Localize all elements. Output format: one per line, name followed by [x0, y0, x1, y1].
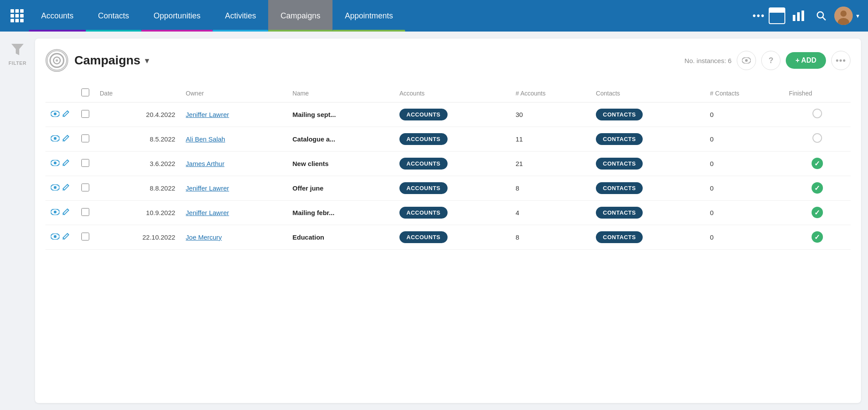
row-date: 10.9.2022 — [94, 201, 181, 225]
row-view-icon[interactable] — [51, 208, 60, 217]
row-num-contacts: 0 — [705, 127, 784, 152]
campaigns-icon — [46, 49, 68, 72]
nav-more-button[interactable]: ••• — [752, 10, 765, 21]
calendar-icon[interactable]: 17 — [769, 7, 785, 24]
row-view-icon[interactable] — [51, 110, 60, 119]
nav-item-activities[interactable]: Activities — [213, 0, 268, 32]
col-owner: Owner — [181, 84, 287, 102]
svg-point-10 — [50, 54, 63, 67]
row-owner[interactable]: James Arthur — [186, 160, 224, 167]
row-checkbox[interactable] — [81, 233, 89, 240]
row-checkbox[interactable] — [81, 110, 89, 118]
svg-point-6 — [840, 11, 847, 17]
accounts-badge[interactable]: ACCOUNTS — [399, 207, 448, 219]
row-edit-icon[interactable] — [62, 183, 70, 193]
finished-check-icon: ✓ — [812, 231, 823, 243]
accounts-badge[interactable]: ACCOUNTS — [399, 109, 448, 120]
nav-underline-appointments — [332, 30, 405, 32]
row-checkbox[interactable] — [81, 159, 89, 167]
accounts-badge[interactable]: ACCOUNTS — [399, 133, 448, 145]
row-checkbox[interactable] — [81, 208, 89, 216]
row-date: 20.4.2022 — [94, 102, 181, 127]
page-title: Campaigns — [74, 53, 140, 67]
table-row: 3.6.2022James ArthurNew clientsACCOUNTS2… — [46, 152, 850, 176]
grid-menu-button[interactable] — [5, 0, 29, 32]
row-edit-icon[interactable] — [62, 232, 70, 242]
contacts-badge[interactable]: CONTACTS — [596, 158, 643, 170]
analytics-icon-button[interactable] — [789, 6, 808, 25]
row-owner[interactable]: Jeniffer Lawrer — [186, 111, 229, 118]
svg-point-20 — [54, 162, 56, 164]
nav-item-contacts[interactable]: Contacts — [86, 0, 141, 32]
table-body: 20.4.2022Jeniffer LawrerMailing sept...A… — [46, 102, 850, 250]
nav-item-accounts[interactable]: Accounts — [29, 0, 86, 32]
row-actions — [51, 134, 71, 144]
row-owner[interactable]: Jeniffer Lawrer — [186, 209, 229, 216]
more-options-button[interactable]: ••• — [831, 51, 850, 70]
col-contacts: Contacts — [591, 84, 705, 102]
row-edit-icon[interactable] — [62, 110, 70, 120]
accounts-badge[interactable]: ACCOUNTS — [399, 182, 448, 194]
row-owner[interactable]: Ali Ben Salah — [186, 135, 225, 143]
page-title-group: Campaigns ▾ — [74, 53, 149, 67]
add-button[interactable]: + ADD — [786, 52, 826, 69]
svg-point-22 — [54, 186, 56, 189]
contacts-badge[interactable]: CONTACTS — [596, 182, 643, 194]
accounts-badge[interactable]: ACCOUNTS — [399, 231, 448, 243]
nav-item-appointments[interactable]: Appointments — [332, 0, 405, 32]
row-checkbox[interactable] — [81, 184, 89, 191]
main-layout: FILTER Campaigns ▾ No. instances: 6 — [0, 32, 868, 410]
row-name: Catalogue a... — [287, 127, 394, 152]
search-icon — [816, 11, 826, 21]
row-owner[interactable]: Joe Mercury — [186, 233, 222, 241]
table-row: 8.8.2022Jeniffer LawrerOffer juneACCOUNT… — [46, 176, 850, 201]
row-actions — [51, 208, 71, 218]
row-view-icon[interactable] — [51, 184, 60, 193]
nav-item-opportunities[interactable]: Opportunities — [141, 0, 213, 32]
svg-rect-1 — [797, 12, 800, 21]
row-date: 3.6.2022 — [94, 152, 181, 176]
nav-underline-opportunities — [141, 30, 213, 32]
row-view-icon[interactable] — [51, 159, 60, 168]
filter-icon — [11, 44, 24, 58]
row-date: 8.8.2022 — [94, 176, 181, 201]
row-edit-icon[interactable] — [62, 134, 70, 144]
row-num-contacts: 0 — [705, 152, 784, 176]
row-finished — [784, 102, 850, 124]
row-num-contacts: 0 — [705, 225, 784, 250]
contacts-badge[interactable]: CONTACTS — [596, 231, 643, 243]
search-icon-button[interactable] — [812, 6, 831, 25]
row-finished: ✓ — [784, 152, 850, 175]
row-owner[interactable]: Jeniffer Lawrer — [186, 184, 229, 192]
nav-item-campaigns[interactable]: Campaigns — [268, 0, 332, 32]
table-row: 22.10.2022Joe MercuryEducationACCOUNTS8C… — [46, 225, 850, 250]
row-actions — [51, 159, 71, 169]
nav-underline-accounts — [29, 30, 86, 32]
col-date: Date — [94, 84, 181, 102]
svg-marker-8 — [11, 44, 24, 55]
row-edit-icon[interactable] — [62, 159, 70, 169]
svg-point-14 — [745, 59, 748, 62]
contacts-badge[interactable]: CONTACTS — [596, 109, 643, 120]
row-view-icon[interactable] — [51, 134, 60, 144]
svg-point-24 — [54, 211, 56, 213]
page-title-chevron-icon[interactable]: ▾ — [145, 55, 149, 66]
svg-point-18 — [54, 137, 56, 140]
user-avatar[interactable] — [834, 7, 853, 25]
contacts-badge[interactable]: CONTACTS — [596, 207, 643, 219]
col-num-accounts: # Accounts — [511, 84, 591, 102]
row-edit-icon[interactable] — [62, 208, 70, 218]
select-all-checkbox[interactable] — [81, 88, 89, 96]
row-num-contacts: 0 — [705, 176, 784, 201]
sidebar: FILTER — [0, 32, 35, 410]
help-icon-button[interactable]: ? — [761, 51, 780, 70]
filter-button[interactable]: FILTER — [5, 40, 30, 69]
row-finished: ✓ — [784, 201, 850, 224]
contacts-badge[interactable]: CONTACTS — [596, 133, 643, 145]
accounts-badge[interactable]: ACCOUNTS — [399, 158, 448, 170]
row-checkbox[interactable] — [81, 134, 89, 142]
row-view-icon[interactable] — [51, 233, 60, 242]
visibility-icon-button[interactable] — [737, 51, 756, 70]
avatar-chevron-icon[interactable]: ▾ — [856, 12, 859, 19]
row-name: Mailing febr... — [287, 201, 394, 225]
